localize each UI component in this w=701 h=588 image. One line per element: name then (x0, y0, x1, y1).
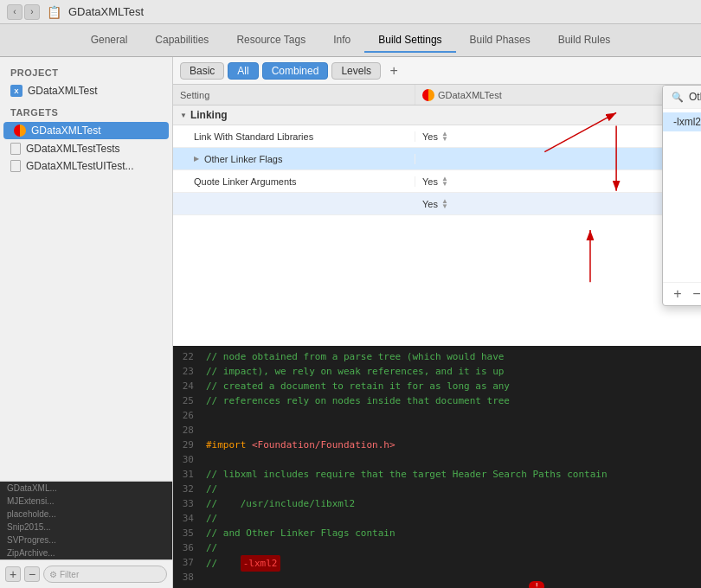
other-link-remove-button[interactable]: − (689, 286, 701, 302)
setting-row-link-std[interactable]: Link With Standard Libraries Yes ▲ ▼ (173, 125, 701, 148)
code-line-29 (206, 452, 694, 467)
search-icon: 🔍 (672, 92, 684, 103)
other-link-title: Other Link (689, 91, 701, 103)
filter-icon: ⚙ (49, 570, 57, 579)
sidebar-item-tests[interactable]: GDataXMLTestTests (0, 140, 172, 157)
nav-back-button[interactable]: ‹ (7, 4, 23, 20)
sidebar-project-item[interactable]: X GDataXMLTest (0, 81, 172, 100)
expand-arrow-icon: ▶ (194, 155, 199, 163)
setting-row-other-value: Yes ▲ ▼ (173, 193, 701, 215)
sidebar-item-label-2: GDataXMLTestTests (26, 143, 119, 155)
code-line-33: // (206, 511, 694, 526)
setting-row-other-linker[interactable]: ▶ Other Linker Flags (173, 148, 701, 170)
sidebar: PROJECT X GDataXMLTest TARGETS GDataXMLT… (0, 57, 173, 588)
code-content: // node obtained from a parse tree (whic… (199, 346, 701, 588)
nav-buttons: ‹ › (7, 4, 40, 20)
targets-section-label: TARGETS (0, 100, 172, 121)
code-line-34: // and Other Linker Flags contain (206, 526, 694, 540)
sidebar-item-uitests[interactable]: GDataXMLTestUITest... (0, 157, 172, 175)
target-icon-3 (10, 160, 21, 172)
setting-row-quote-linker[interactable]: Quote Linker Arguments Yes ▲ ▼ (173, 170, 701, 193)
levels-button[interactable]: Levels (331, 62, 381, 80)
setting-name-quote-linker: Quote Linker Arguments (173, 176, 415, 187)
tab-build-phases[interactable]: Build Phases (456, 29, 544, 53)
other-link-add-bar: + − (663, 282, 701, 305)
code-line-31: // (206, 482, 694, 496)
tab-build-rules[interactable]: Build Rules (544, 29, 625, 53)
settings-table: Setting GDataXMLTest ▼ Linking Link With… (173, 85, 701, 346)
add-target-button[interactable]: + (5, 566, 21, 582)
content-panel: Basic All Combined Levels + Setting GDat… (173, 57, 701, 588)
other-link-add-button[interactable]: + (670, 286, 685, 302)
tab-capabilities[interactable]: Capabilities (141, 29, 222, 53)
section-linking[interactable]: ▼ Linking (173, 105, 701, 125)
nav-forward-button[interactable]: › (24, 4, 40, 20)
col-value: GDataXMLTest (415, 85, 701, 105)
section-title-linking: Linking (190, 109, 228, 121)
tab-info[interactable]: Info (319, 29, 364, 53)
setting-name-link-std: Link With Standard Libraries (173, 131, 415, 142)
code-line-35: // (206, 540, 694, 555)
titlebar: ‹ › 📋 GDataXMLTest (0, 0, 701, 24)
code-area: 22 23 24 25 26 28 29 30 31 32 33 34 35 3… (173, 346, 701, 588)
code-line-23: // impact), we rely on weak references, … (206, 364, 694, 379)
app-window: ‹ › 📋 GDataXMLTest General Capabilities … (0, 0, 701, 588)
settings-subbar: Basic All Combined Levels + (173, 57, 701, 85)
col-value-label: GDataXMLTest (438, 90, 502, 100)
code-line-22: // node obtained from a parse tree (whic… (206, 349, 694, 364)
other-link-popup: 🔍 Other Link -lxml2 + − (662, 85, 701, 306)
other-link-body: -lxml2 (663, 109, 701, 282)
filter-label: Filter (60, 570, 79, 579)
remove-target-button[interactable]: − (24, 566, 40, 582)
code-line-27 (206, 423, 694, 438)
filter-box[interactable]: ⚙ Filter (43, 566, 167, 583)
tab-build-settings[interactable]: Build Settings (364, 29, 455, 53)
project-section-label: PROJECT (0, 61, 172, 81)
main-content: PROJECT X GDataXMLTest TARGETS GDataXMLT… (0, 57, 701, 588)
target-icon-2 (10, 143, 21, 155)
highlight-lxml2: -lxml2 (241, 555, 280, 572)
combined-button[interactable]: Combined (262, 62, 329, 80)
tab-general[interactable]: General (77, 29, 142, 53)
target-icon-1 (14, 125, 26, 137)
col-setting: Setting (173, 85, 415, 105)
setting-name-other-linker: ▶ Other Linker Flags (173, 154, 415, 164)
setting-value-quote-linker: Yes ▲ ▼ (415, 176, 701, 187)
setting-value-yes: Yes ▲ ▼ (415, 199, 701, 209)
section-arrow-linking: ▼ (180, 112, 187, 119)
line-numbers: 22 23 24 25 26 28 29 30 31 32 33 34 35 3… (173, 346, 199, 588)
code-line-30: // libxml includes require that the targ… (206, 467, 694, 482)
code-line-28: #import <Foundation/Foundation.h> (206, 438, 694, 452)
window-title: GDataXMLTest (68, 5, 144, 18)
project-icon: X (10, 85, 23, 97)
tab-resource-tags[interactable]: Resource Tags (222, 29, 319, 53)
col-target-icon (422, 89, 434, 101)
code-line-25: // references rely on nodes inside that … (206, 393, 694, 408)
sidebar-item-gdataxml[interactable]: GDataXMLTest (3, 122, 169, 139)
settings-table-header: Setting GDataXMLTest (173, 85, 701, 105)
sidebar-bottom-bar: + − ⚙ Filter (0, 559, 172, 588)
code-line-26 (206, 408, 694, 423)
project-name: GDataXMLTest (28, 85, 97, 97)
sidebar-item-label-3: GDataXMLTestUITest... (26, 160, 133, 172)
basic-button[interactable]: Basic (180, 62, 224, 80)
error-message-38: ! 'libxml/tree.h' file not found (449, 564, 687, 588)
stepper-link-std[interactable]: ▲ ▼ (441, 131, 448, 142)
add-setting-button[interactable]: + (384, 61, 403, 80)
code-line-24: // created a document to retain it for a… (206, 379, 694, 393)
all-button[interactable]: All (228, 62, 258, 80)
sidebar-item-label-1: GDataXMLTest (31, 125, 100, 137)
other-link-popup-header: 🔍 Other Link (663, 86, 701, 109)
setting-value-link-std: Yes ▲ ▼ (415, 131, 701, 142)
tab-bar: General Capabilities Resource Tags Info … (0, 24, 701, 57)
other-link-value-item[interactable]: -lxml2 (663, 112, 701, 131)
stepper-other[interactable]: ▲ ▼ (441, 199, 448, 209)
stepper-quote[interactable]: ▲ ▼ (441, 176, 448, 187)
code-line-32: // /usr/include/libxml2 (206, 496, 694, 511)
